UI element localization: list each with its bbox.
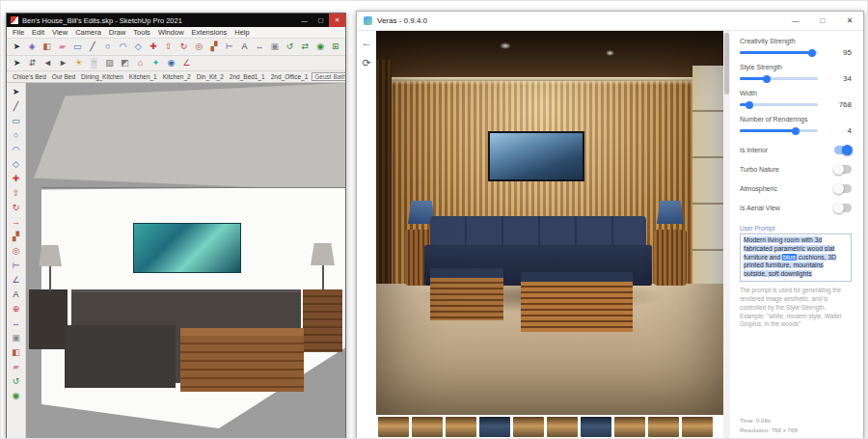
- rectangle-tool-icon[interactable]: ▭: [9, 114, 24, 128]
- section-plane-icon[interactable]: ▣: [9, 331, 24, 345]
- veras-extension-icon[interactable]: ✦: [149, 57, 163, 70]
- menu-item[interactable]: Camera: [75, 28, 101, 37]
- scale-tool-icon[interactable]: ▞: [9, 230, 24, 244]
- offset-tool-icon[interactable]: ◎: [192, 41, 206, 54]
- follow-me-tool-icon[interactable]: →: [9, 215, 24, 230]
- offset-tool-icon[interactable]: ◎: [9, 244, 24, 259]
- tape-measure-icon[interactable]: ⊢: [222, 41, 236, 54]
- scene-tab-geust-bath-tiling[interactable]: Geust Bath Tiling: [312, 72, 345, 81]
- minimize-button[interactable]: —: [296, 14, 312, 27]
- shadows-icon[interactable]: ☀: [71, 57, 86, 70]
- turbo-nature-toggle[interactable]: [834, 165, 852, 174]
- scene-tab-chloes-bed[interactable]: Chloe's Bed: [11, 73, 48, 80]
- number-of-renderings-value[interactable]: 4: [827, 126, 852, 135]
- scene-tab-2nd-bed1-1[interactable]: 2nd_Bed1_1: [228, 73, 267, 80]
- style-strength-slider[interactable]: [740, 77, 818, 80]
- paint-bucket-icon[interactable]: ◧: [40, 41, 54, 54]
- scene-tab-2nd-office-1[interactable]: 2nd_Office_1: [269, 73, 311, 80]
- next-view-icon[interactable]: ►: [56, 57, 70, 70]
- rotate-tool-icon[interactable]: ↻: [176, 41, 191, 54]
- menu-item[interactable]: File: [13, 28, 24, 37]
- line-tool-icon[interactable]: ╱: [9, 99, 24, 114]
- render-thumbnail-10[interactable]: [682, 417, 713, 437]
- render-thumbnail-1[interactable]: [378, 417, 409, 437]
- menu-item[interactable]: View: [52, 28, 68, 37]
- fog-icon[interactable]: ▒: [87, 57, 101, 70]
- atmospheric-toggle[interactable]: [834, 184, 852, 193]
- dimension-tool-icon[interactable]: ↔: [253, 41, 267, 54]
- zoom-tool-icon[interactable]: ◉: [9, 389, 24, 403]
- protractor-tool-icon[interactable]: ∠: [9, 273, 24, 288]
- axes-tool-icon[interactable]: ⊕: [9, 302, 24, 316]
- dimension-tool-icon[interactable]: ↔: [9, 316, 24, 331]
- scrollbar[interactable]: [723, 31, 730, 439]
- sketchup-viewport[interactable]: [26, 83, 345, 439]
- arc-tool-icon[interactable]: ◠: [9, 143, 24, 157]
- circle-tool-icon[interactable]: ○: [100, 41, 115, 54]
- menu-item[interactable]: Edit: [32, 28, 44, 37]
- rectangle-tool-icon[interactable]: ▭: [70, 41, 85, 54]
- slider-handle[interactable]: [792, 127, 800, 135]
- render-thumbnail-7[interactable]: [581, 417, 611, 437]
- render-thumbnail-4[interactable]: [479, 417, 510, 437]
- zoom-tool-icon[interactable]: ◉: [313, 41, 328, 54]
- close-button[interactable]: ✕: [329, 14, 345, 27]
- width-value[interactable]: 768: [827, 100, 852, 109]
- scene-tab-din-kit-2[interactable]: Din_Kit_2: [195, 73, 226, 80]
- text-tool-icon[interactable]: A: [237, 41, 252, 54]
- menu-item[interactable]: Window: [158, 28, 184, 37]
- close-button[interactable]: ✕: [836, 12, 863, 30]
- menu-item[interactable]: Help: [234, 28, 249, 37]
- slider-handle[interactable]: [746, 101, 753, 109]
- render-extension-icon[interactable]: ◉: [164, 57, 178, 70]
- x-ray-icon[interactable]: ▨: [102, 57, 117, 70]
- axes-tool-icon[interactable]: ∠: [179, 57, 194, 70]
- walk-tool-icon[interactable]: ⇵: [25, 57, 40, 70]
- scrollbar-thumb[interactable]: [724, 33, 729, 95]
- tape-measure-icon[interactable]: ⊢: [9, 259, 24, 273]
- creativity-strength-value[interactable]: 95: [827, 48, 852, 57]
- select-tool-icon[interactable]: ➤: [10, 41, 24, 54]
- zoom-extents-icon[interactable]: ⊞: [328, 41, 342, 54]
- minimize-button[interactable]: —: [782, 12, 809, 30]
- make-component-icon[interactable]: ◈: [25, 41, 40, 54]
- section-plane-icon[interactable]: ▣: [267, 41, 282, 54]
- move-tool-icon[interactable]: ✚: [147, 41, 161, 54]
- arc-tool-icon[interactable]: ◠: [116, 41, 130, 54]
- select-tool-icon[interactable]: ➤: [10, 57, 24, 70]
- slider-handle[interactable]: [763, 75, 771, 83]
- menu-item[interactable]: Draw: [109, 28, 126, 37]
- creativity-strength-slider[interactable]: [740, 51, 818, 54]
- render-thumbnail-3[interactable]: [446, 417, 476, 437]
- warehouse-icon[interactable]: ⌂: [133, 57, 148, 70]
- render-thumbnail-5[interactable]: [513, 417, 544, 437]
- scene-tab-kitchen-1[interactable]: Kitchen_1: [127, 73, 159, 80]
- select-tool-icon[interactable]: ➤: [9, 85, 24, 99]
- menu-item[interactable]: Tools: [133, 28, 150, 37]
- line-tool-icon[interactable]: ╱: [86, 41, 100, 54]
- back-icon[interactable]: ←: [362, 38, 372, 48]
- rotate-tool-icon[interactable]: ↻: [9, 201, 24, 215]
- paint-bucket-icon[interactable]: ◧: [9, 345, 24, 360]
- scene-tab-dining-kitchen[interactable]: Dining_Kitchen: [79, 73, 125, 80]
- eraser-tool-icon[interactable]: ▰: [55, 41, 69, 54]
- style-strength-value[interactable]: 34: [827, 74, 852, 83]
- styles-icon[interactable]: ◩: [118, 57, 132, 70]
- push-pull-tool-icon[interactable]: ⇧: [9, 186, 24, 201]
- maximize-button[interactable]: □: [809, 12, 836, 30]
- scale-tool-icon[interactable]: ▞: [207, 41, 222, 54]
- push-pull-tool-icon[interactable]: ⇧: [161, 41, 176, 54]
- text-tool-icon[interactable]: A: [9, 288, 24, 302]
- width-slider[interactable]: [740, 103, 818, 106]
- render-thumbnail-9[interactable]: [648, 417, 679, 437]
- render-thumbnail-6[interactable]: [547, 417, 578, 437]
- previous-view-icon[interactable]: ◄: [41, 57, 55, 70]
- orbit-tool-icon[interactable]: ↺: [9, 374, 24, 389]
- eraser-tool-icon[interactable]: ▰: [9, 360, 24, 374]
- polygon-tool-icon[interactable]: ◇: [131, 41, 146, 54]
- is-aerial-view-toggle[interactable]: [834, 204, 852, 212]
- user-prompt-input[interactable]: Modern living room with 3d fabricated pa…: [740, 233, 852, 282]
- polygon-tool-icon[interactable]: ◇: [9, 157, 24, 172]
- scene-tab-our-bed[interactable]: Our Bed: [50, 73, 77, 80]
- scene-tab-kitchen-2[interactable]: Kitchen_2: [161, 73, 193, 80]
